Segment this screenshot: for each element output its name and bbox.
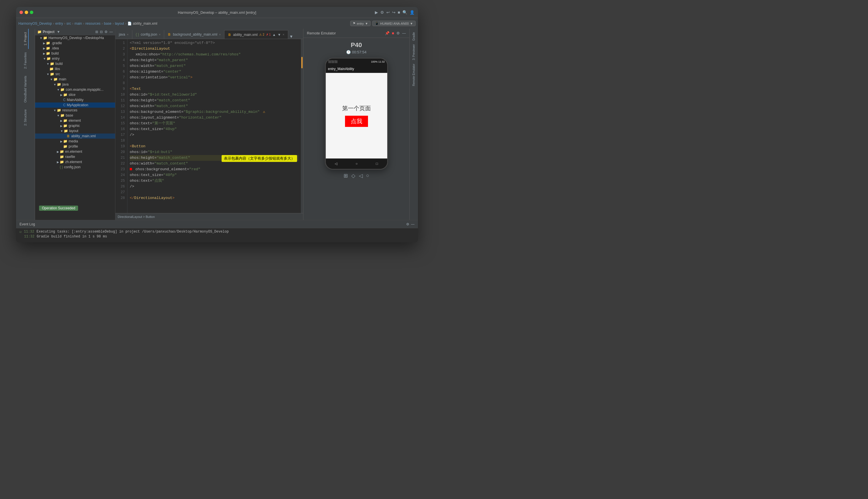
phone-home-btn[interactable]: ○ xyxy=(356,162,358,166)
tab-java[interactable]: java × xyxy=(115,30,132,39)
tree-myapplication[interactable]: ▶ C MyApplication xyxy=(35,102,115,108)
tab-background-xml[interactable]: 🗎 background_ability_main.xml × xyxy=(164,30,224,39)
code-line-18 xyxy=(130,138,298,144)
clock-icon: 🕐 xyxy=(346,50,351,54)
tree-profile[interactable]: ▶ 📁 profile xyxy=(35,144,115,149)
minimize-button[interactable] xyxy=(25,11,28,14)
entry-button[interactable]: ⚑ entry ▼ xyxy=(350,21,371,26)
success-toast: Operation Succeeded xyxy=(39,206,78,211)
emulator-stop-icon[interactable]: ■ xyxy=(392,31,394,35)
left-sidebar: 1: Project 2: Favorites OhosBuild Varian… xyxy=(16,29,35,220)
tree-build-root[interactable]: ▶ 📁 build xyxy=(35,51,115,56)
tree-idea[interactable]: ▶ 📁 .idea xyxy=(35,46,115,51)
close-button[interactable] xyxy=(20,11,23,14)
code-line-9: <Text xyxy=(130,86,298,92)
tab-nav-down[interactable]: ▼ xyxy=(277,33,281,37)
breadcrumb-layout[interactable]: layout xyxy=(115,22,124,26)
profile-icon[interactable]: 👤 xyxy=(410,10,414,15)
tab-background-close[interactable]: × xyxy=(219,33,221,36)
code-content[interactable]: <?xml version="1.0" encoding="utf-8"?> <… xyxy=(127,39,301,213)
tab-config-json[interactable]: { } config.json × xyxy=(132,30,164,39)
tree-slice[interactable]: ▶ 📁 slice xyxy=(35,92,115,97)
tree-main[interactable]: ▼ 📁 main xyxy=(35,77,115,82)
run-icon[interactable]: ▶ xyxy=(375,10,378,15)
phone-back-btn[interactable]: ◁ xyxy=(335,162,337,166)
tree-zh-element[interactable]: ▶ 📁 zh.element xyxy=(35,159,115,165)
code-line-19: <Button xyxy=(130,144,298,149)
tree-close-icon[interactable]: — xyxy=(109,30,113,34)
log-settings-icon[interactable]: ⚙ xyxy=(406,222,409,226)
tab-ability-close[interactable]: × xyxy=(283,33,284,36)
tree-rawfile[interactable]: ▶ 📁 rawfile xyxy=(35,154,115,159)
toolbar-right: ⚑ entry ▼ 📱 HUAWEI ANA-AN00 ▼ xyxy=(350,21,416,26)
tab-config-close[interactable]: × xyxy=(159,33,161,36)
tree-src[interactable]: ▼ 📁 src xyxy=(35,72,115,77)
breadcrumb-resources[interactable]: resources xyxy=(85,22,100,26)
tab-java-close[interactable]: × xyxy=(127,33,128,36)
phone-recent-btn[interactable]: □ xyxy=(376,162,378,166)
sidebar-tab-build[interactable]: OhosBuild Variants xyxy=(22,72,29,106)
emulator-rotate-icon[interactable]: ◇ xyxy=(351,172,355,179)
stop-icon[interactable]: ■ xyxy=(398,10,400,15)
tree-com[interactable]: ▼ 📁 com.example.myapplic... xyxy=(35,87,115,92)
maximize-button[interactable] xyxy=(30,11,33,14)
back-icon[interactable]: ↩ xyxy=(386,10,390,15)
emulator-time: 🕐 00:57:54 xyxy=(346,50,367,54)
emulator-container: P40 🕐 00:57:54 ⬛⬛⬛ 100% 11:32 entry_Main… xyxy=(303,38,409,220)
sidebar-tab-favorites[interactable]: 2: Favorites xyxy=(22,49,29,72)
tree-element[interactable]: ▶ 📁 element xyxy=(35,118,115,123)
breadcrumb-main[interactable]: main xyxy=(74,22,82,26)
previewer-sidebar-tab[interactable]: 3: Previewer xyxy=(411,43,417,61)
tree-libs[interactable]: ▶ 📁 libs xyxy=(35,66,115,72)
tab-ability-main[interactable]: 🗎 ability_main.xml ⚠ 2 ✗ 1 ▲ ▼ × xyxy=(224,30,288,39)
tree-graphic[interactable]: ▶ 📁 graphic xyxy=(35,123,115,128)
sidebar-tab-structure[interactable]: 2: Structure xyxy=(22,106,29,129)
tree-base[interactable]: ▼ 📁 base xyxy=(35,113,115,118)
emulator-close-icon[interactable]: — xyxy=(402,31,406,35)
breadcrumb-entry[interactable]: entry xyxy=(55,22,63,26)
tree-root[interactable]: ▼ 📁 HarmonyOS_Develop ~/Desktop/Ha xyxy=(35,35,115,40)
sidebar-tab-project[interactable]: 1: Project xyxy=(22,29,29,49)
vertical-scrollbar[interactable] xyxy=(301,39,303,213)
tree-java[interactable]: ▼ 📁 java xyxy=(35,82,115,87)
emulator-resize-icon[interactable]: ⊞ xyxy=(344,172,348,179)
emulator-title: Remote Emulator xyxy=(307,31,336,35)
breadcrumb-base[interactable]: base xyxy=(104,22,111,26)
forward-icon[interactable]: ↪ xyxy=(392,10,396,15)
breadcrumb-src[interactable]: src xyxy=(66,22,71,26)
tree-collapse-icon[interactable]: ⊟ xyxy=(100,30,103,34)
tree-entry[interactable]: ▼ 📁 entry xyxy=(35,56,115,61)
device-button[interactable]: 📱 HUAWEI ANA-AN00 ▼ xyxy=(372,21,416,26)
tree-resources[interactable]: ▼ 📁 resources xyxy=(35,108,115,113)
tree-config-json[interactable]: ▶ { } config.json xyxy=(35,165,115,170)
gradle-sidebar-tab[interactable]: Gradle xyxy=(411,31,417,42)
tab-more[interactable]: ▼ xyxy=(289,34,293,39)
tree-media[interactable]: ▶ 📁 media xyxy=(35,139,115,144)
tree-en-element[interactable]: ▶ 📁 en.element xyxy=(35,149,115,154)
emulator-pin-icon[interactable]: 📌 xyxy=(385,31,389,35)
log-entry-2: 11:32 Gradle build finished in 1 s 98 ms xyxy=(20,234,414,239)
breadcrumb-project[interactable]: HarmonyOS_Develop xyxy=(18,22,52,26)
right-sidebar: Gradle 3: Previewer Remote Emulator xyxy=(409,29,418,220)
remote-emulator-sidebar-tab[interactable]: Remote Emulator xyxy=(411,63,417,87)
tree-layout[interactable]: ▼ 📁 layout xyxy=(35,128,115,134)
emulator-back-icon[interactable]: ◁ xyxy=(359,172,363,179)
phone-app-title: entry_MainAbility xyxy=(328,67,354,71)
tree-gradle[interactable]: ▶ 📁 .gradle xyxy=(35,40,115,46)
tree-mainability[interactable]: ▶ C MainAbility xyxy=(35,97,115,102)
emulator-circle-icon[interactable]: ○ xyxy=(366,172,369,179)
tree-expand-icon[interactable]: ⊞ xyxy=(95,30,98,34)
sync-icon[interactable]: ⚙ xyxy=(380,10,384,15)
search-icon[interactable]: 🔍 xyxy=(402,10,407,15)
emulator-settings-icon[interactable]: ⚙ xyxy=(396,31,400,35)
log-close-icon[interactable]: — xyxy=(411,222,414,226)
code-editor[interactable]: 1 2 3 4 5 6 7 8 9 10 11 12 13 14 15 16 1 xyxy=(115,39,303,213)
file-tree-header: 📁 Project ▼ ⊞ ⊟ ⚙ — xyxy=(35,29,115,35)
tree-dropdown[interactable]: ▼ xyxy=(57,30,60,34)
phone-button[interactable]: 点我 xyxy=(345,116,368,127)
tab-nav-up[interactable]: ▲ xyxy=(272,33,276,37)
tree-ability-main-xml[interactable]: ▶ 🗎 ability_main.xml xyxy=(35,134,115,139)
error-badge: ✗ 1 xyxy=(266,33,271,36)
tree-entry-build[interactable]: ▼ 📁 build xyxy=(35,61,115,66)
tree-settings-icon[interactable]: ⚙ xyxy=(104,30,108,34)
